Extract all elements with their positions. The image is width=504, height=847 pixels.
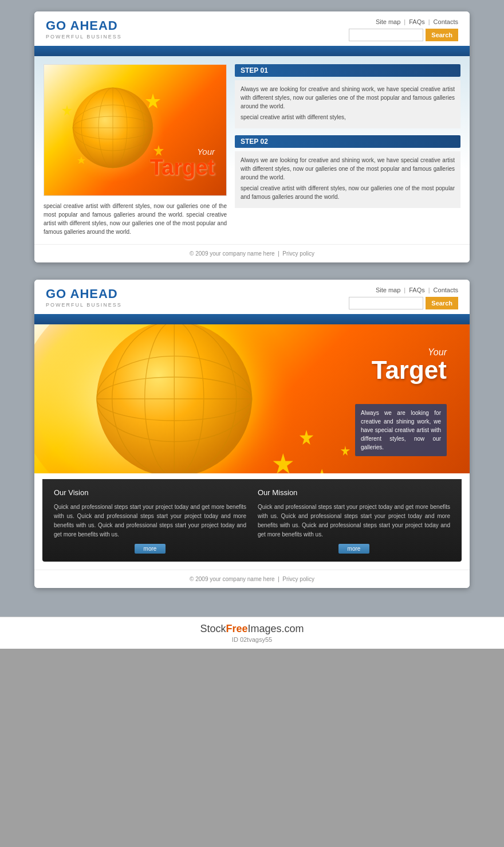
logo-title-2: GO AHEAD xyxy=(46,287,122,301)
hero-image-2: Your Target Always we are looking for cr… xyxy=(34,324,470,473)
footer-copyright-2: © 2009 your company name here xyxy=(190,576,275,582)
step-2-para-1: Always we are looking for creative and s… xyxy=(241,156,455,182)
nav-sitemap[interactable]: Site map xyxy=(376,18,400,25)
logo-title: GO AHEAD xyxy=(46,18,122,33)
mission-more-btn[interactable]: more xyxy=(338,544,370,554)
header-1: GO AHEAD POWERFUL BUSINESS Site map | FA… xyxy=(34,11,470,46)
footer-privacy-2[interactable]: Privcy policy xyxy=(282,576,314,582)
logo-area-2: GO AHEAD POWERFUL BUSINESS xyxy=(46,287,122,308)
hero-text-1: Your Target xyxy=(150,147,215,178)
mockup-2: GO AHEAD POWERFUL BUSINESS Site map | FA… xyxy=(34,280,470,588)
step-1-para-2: special creative artist with different s… xyxy=(241,113,455,121)
search-row-2: Search xyxy=(349,297,458,309)
step-box-1: STEP 01 Always we are looking for creati… xyxy=(235,64,460,128)
bottom-col-vision: Our Vision Quick and professional steps … xyxy=(54,487,246,554)
nav-contacts-2[interactable]: Contacts xyxy=(434,287,458,293)
nav-bar-1 xyxy=(34,46,470,56)
mission-body: Quick and professional steps start your … xyxy=(258,503,450,539)
hero-your-text: Your xyxy=(150,147,215,156)
footer-sep-2: | xyxy=(278,576,279,582)
nav-area-2: Site map | FAQs | Contacts Search xyxy=(349,287,458,314)
step-box-2: STEP 02 Always we are looking for creati… xyxy=(235,135,460,208)
header-2: GO AHEAD POWERFUL BUSINESS Site map | FA… xyxy=(34,280,470,314)
footer-2: © 2009 your company name here | Privcy p… xyxy=(34,570,470,588)
step-body-2: Always we are looking for creative and s… xyxy=(235,151,460,208)
bottom-col-mission: Our Mission Quick and professional steps… xyxy=(258,487,450,554)
footer-copyright-1: © 2009 your company name here xyxy=(190,250,275,257)
step-1-para-1: Always we are looking for creative and s… xyxy=(241,85,455,111)
watermark-free: Free xyxy=(226,623,247,634)
watermark-images: Images.com xyxy=(248,623,304,634)
nav-links-2: Site map | FAQs | Contacts xyxy=(349,287,458,293)
svg-marker-24 xyxy=(341,445,350,456)
hero2-overlay: Always we are looking for creative and s… xyxy=(355,404,447,456)
nav-contacts[interactable]: Contacts xyxy=(434,18,458,25)
right-column-1: STEP 01 Always we are looking for creati… xyxy=(235,64,460,236)
left-column-1: Your Target special creative artist with… xyxy=(44,64,227,236)
watermark-id: ID 02tvagsy55 xyxy=(6,636,498,643)
nav-links: Site map | FAQs | Contacts xyxy=(349,18,458,25)
nav-bar-2 xyxy=(34,314,470,324)
search-button-1[interactable]: Search xyxy=(426,29,458,41)
hero2-text: Your Target xyxy=(372,347,447,383)
step-header-2: STEP 02 xyxy=(235,135,460,148)
nav-sep-3: | xyxy=(404,287,405,293)
mockup-1: GO AHEAD POWERFUL BUSINESS Site map | FA… xyxy=(34,11,470,262)
caption-text-1: special creative artist with different s… xyxy=(44,202,227,236)
watermark-bar: StockFreeImages.com ID 02tvagsy55 xyxy=(0,617,504,649)
footer-1: © 2009 your company name here | Privcy p… xyxy=(34,244,470,262)
step-2-para-2: special creative artist with different s… xyxy=(241,184,455,201)
logo-subtitle: POWERFUL BUSINESS xyxy=(46,34,122,40)
vision-body: Quick and professional steps start your … xyxy=(54,503,246,539)
nav-sep-1: | xyxy=(404,18,405,25)
nav-sep-2: | xyxy=(428,18,430,25)
nav-sep-4: | xyxy=(428,287,430,293)
nav-faqs-2[interactable]: FAQs xyxy=(409,287,425,293)
search-row: Search xyxy=(349,29,458,41)
search-input-1[interactable] xyxy=(349,29,423,41)
footer-privacy-1[interactable]: Privcy policy xyxy=(282,250,314,257)
main-content-1: Your Target special creative artist with… xyxy=(34,56,470,244)
mission-title: Our Mission xyxy=(258,487,450,499)
step-body-1: Always we are looking for creative and s… xyxy=(235,80,460,128)
step-header-1: STEP 01 xyxy=(235,64,460,77)
bottom-section: Our Vision Quick and professional steps … xyxy=(42,479,462,562)
search-button-2[interactable]: Search xyxy=(426,297,458,309)
nav-sitemap-2[interactable]: Site map xyxy=(376,287,400,293)
watermark-text: StockFreeImages.com xyxy=(6,623,498,635)
logo-area: GO AHEAD POWERFUL BUSINESS xyxy=(46,18,122,40)
hero-image-1: Your Target xyxy=(44,64,227,196)
hero2-target: Target xyxy=(372,358,447,383)
search-input-2[interactable] xyxy=(349,297,423,309)
nav-faqs[interactable]: FAQs xyxy=(409,18,425,25)
nav-area: Site map | FAQs | Contacts Search xyxy=(349,18,458,46)
vision-title: Our Vision xyxy=(54,487,246,499)
watermark-stock: Stock xyxy=(200,623,226,634)
footer-sep-1: | xyxy=(278,250,279,257)
vision-more-btn[interactable]: more xyxy=(135,544,166,554)
svg-marker-22 xyxy=(316,469,328,473)
logo-subtitle-2: POWERFUL BUSINESS xyxy=(46,302,122,308)
hero-target-text: Target xyxy=(150,156,215,178)
